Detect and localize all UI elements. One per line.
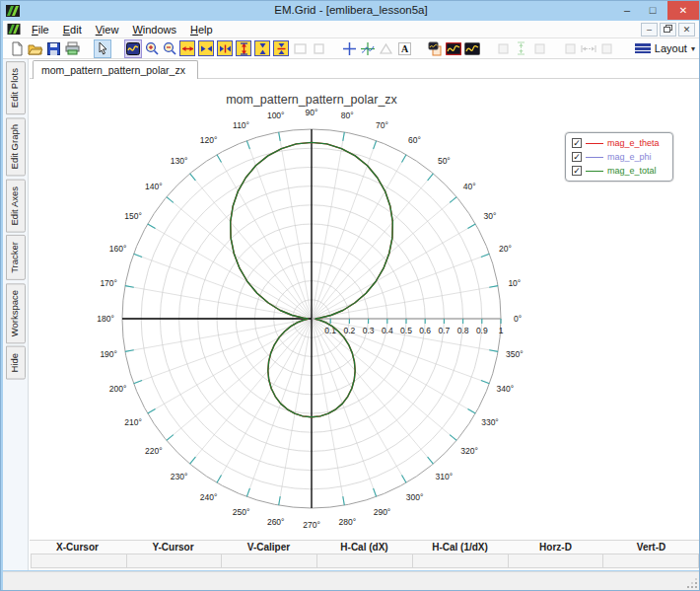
save-file-button[interactable]: [45, 39, 63, 58]
rim-tick: [374, 488, 377, 496]
menu-edit[interactable]: Edit: [56, 22, 89, 37]
mdi-minimize-button[interactable]: –: [641, 23, 658, 37]
fit-x-button[interactable]: [217, 40, 233, 56]
menu-help[interactable]: Help: [183, 22, 220, 37]
radial-tick-label: 0.8: [457, 326, 469, 335]
compress-x-button[interactable]: [198, 40, 214, 56]
legend-checkbox-mag_e_phi[interactable]: ✓: [572, 152, 582, 162]
mdi-restore-button[interactable]: [660, 23, 676, 37]
content-area: mom_pattern_pattern_polar_zx 0.10.20.30.…: [30, 59, 699, 570]
cursor-value-5: [508, 554, 604, 568]
chart-title: mom_pattern_pattern_polar_zx: [226, 93, 397, 107]
sidebar-tab-hide[interactable]: Hide: [6, 346, 26, 380]
angle-label-100: 100°: [267, 111, 285, 120]
angle-label-170: 170°: [100, 278, 117, 288]
app-window: EM.Grid - [emlibera_lesson5a] – □ ✕ File…: [0, 0, 700, 591]
print-button[interactable]: [63, 39, 81, 58]
radial-tick-label: 0.4: [382, 326, 393, 335]
text-label-button[interactable]: A: [396, 39, 414, 58]
menu-view[interactable]: View: [89, 22, 126, 37]
zoom-out-button[interactable]: [161, 39, 178, 58]
angle-label-10: 10°: [508, 278, 521, 288]
expand-y-button[interactable]: [236, 40, 251, 56]
sidebar-tab-edit-graph[interactable]: Edit Graph: [6, 117, 26, 176]
menu-file[interactable]: File: [25, 22, 56, 37]
rim-tick: [428, 457, 434, 464]
rim-tick: [190, 174, 196, 181]
angle-label-0: 0°: [514, 314, 522, 324]
angle-label-180: 180°: [97, 314, 114, 324]
angle-label-320: 320°: [460, 446, 478, 456]
axes-tool-button[interactable]: [359, 39, 377, 58]
menu-bar: FileEditViewWindowsHelp – ✕: [3, 21, 699, 38]
add-marker-button[interactable]: [341, 39, 359, 58]
plot-panel[interactable]: 0.10.20.30.40.50.60.70.80.910°10°20°30°4…: [30, 79, 699, 540]
title-bar: EM.Grid - [emlibera_lesson5a] – □ ✕: [1, 1, 700, 21]
legend-label: mag_e_theta: [607, 138, 660, 148]
legend-line-sample: [586, 143, 603, 144]
compress-y-button[interactable]: [254, 40, 270, 56]
sidebar-tab-tracker[interactable]: Tracker: [6, 235, 26, 280]
rim-tick: [217, 155, 222, 163]
rim-tick: [467, 224, 475, 229]
rim-tick: [217, 475, 222, 482]
rim-tick: [402, 155, 407, 163]
cursor-value-1: [126, 554, 223, 568]
graph-style-red-button[interactable]: [445, 39, 462, 58]
legend-checkbox-mag_e_theta[interactable]: ✓: [572, 138, 582, 148]
legend-checkbox-mag_e_total[interactable]: ✓: [572, 166, 582, 176]
add-graph-page-button[interactable]: [426, 39, 444, 58]
cursor-header-5: Horz-D: [508, 541, 603, 554]
rim-tick: [167, 197, 174, 203]
legend-label: mag_e_phi: [607, 152, 652, 162]
expand-x-button[interactable]: [179, 40, 195, 56]
cursor-value-3: [316, 554, 413, 568]
rim-tick: [148, 224, 156, 229]
main-area: Edit PlotsEdit GraphEdit AxesTrackerWork…: [3, 59, 699, 570]
angle-label-210: 210°: [124, 417, 142, 427]
menu-windows[interactable]: Windows: [125, 22, 183, 37]
tab-polar-plot[interactable]: mom_pattern_pattern_polar_zx: [33, 60, 198, 80]
rim-tick: [279, 132, 281, 141]
rim-tick: [489, 350, 498, 352]
cursor-value-4: [412, 554, 509, 568]
radial-tick-label: 0.3: [363, 326, 375, 335]
resize-grip-icon[interactable]: [686, 577, 698, 589]
box-tool-button: [292, 39, 310, 58]
rim-tick: [467, 409, 475, 414]
zoom-in-button[interactable]: [143, 39, 161, 58]
h-range-arrows-button: [580, 39, 597, 58]
new-document-button[interactable]: [8, 39, 26, 58]
close-button[interactable]: ✕: [667, 1, 699, 20]
sidebar-tab-workspace[interactable]: Workspace: [6, 283, 26, 343]
open-file-button[interactable]: [27, 39, 44, 58]
grid-spoke: [190, 174, 312, 319]
fit-y-button[interactable]: [273, 40, 289, 56]
rim-tick: [450, 197, 456, 203]
cursor-header-0: X-Cursor: [30, 541, 125, 554]
angle-label-50: 50°: [438, 156, 451, 166]
sidebar-tab-edit-axes[interactable]: Edit Axes: [6, 180, 26, 233]
rim-tick: [125, 286, 134, 288]
minimize-button[interactable]: –: [614, 1, 640, 20]
angle-label-250: 250°: [233, 507, 250, 517]
angle-label-190: 190°: [100, 349, 117, 359]
layout-dropdown-button[interactable]: Layout▾: [631, 41, 699, 55]
sidebar-tab-edit-plots[interactable]: Edit Plots: [6, 61, 26, 114]
rim-tick: [246, 141, 249, 149]
pan-plot-button[interactable]: [124, 39, 142, 58]
angle-label-140: 140°: [145, 182, 163, 191]
angle-label-60: 60°: [408, 135, 421, 145]
sidebar: Edit PlotsEdit GraphEdit AxesTrackerWork…: [3, 59, 29, 570]
h-range-right-button: [598, 39, 616, 58]
cursor-header-6: Vert-D: [603, 541, 699, 554]
grid-spoke: [167, 319, 312, 440]
mdi-close-button[interactable]: ✕: [678, 23, 695, 37]
cursor-readout-table: X-CursorY-CursorV-CaliperH-Cal (dX)H-Cal…: [30, 540, 699, 570]
maximize-button[interactable]: □: [640, 1, 665, 20]
select-pointer-button[interactable]: [94, 39, 111, 58]
radial-tick-label: 1: [499, 326, 504, 335]
status-bar: [3, 571, 699, 590]
graph-style-plain-button[interactable]: [463, 39, 481, 58]
rim-tick: [190, 457, 196, 464]
